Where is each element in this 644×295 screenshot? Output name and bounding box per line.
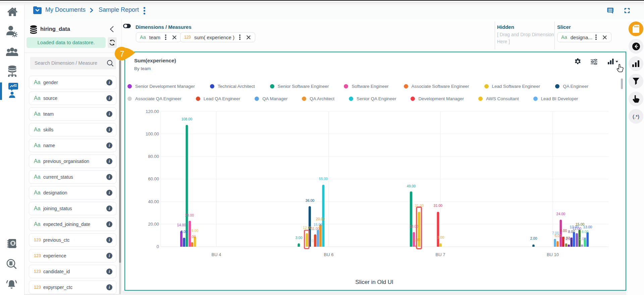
svg-text:BU 10: BU 10: [547, 252, 559, 257]
svg-text:15.00: 15.00: [314, 223, 322, 227]
svg-text:5.00: 5.00: [555, 234, 562, 238]
svg-text:0: 0: [312, 239, 314, 243]
svg-text:120.00: 120.00: [146, 109, 159, 114]
svg-text:36.00: 36.00: [306, 198, 314, 202]
svg-text:3.00: 3.00: [437, 235, 444, 239]
svg-text:9.00: 9.00: [192, 229, 199, 233]
svg-text:2.00: 2.00: [566, 237, 573, 241]
svg-text:12.00: 12.00: [573, 227, 581, 231]
svg-text:4.00: 4.00: [189, 235, 196, 239]
svg-text:80.00: 80.00: [148, 154, 159, 159]
svg-text:55.00: 55.00: [319, 177, 328, 181]
svg-text:20.00: 20.00: [148, 222, 159, 227]
svg-text:108.00: 108.00: [181, 117, 192, 121]
svg-text:40.00: 40.00: [148, 199, 159, 204]
svg-text:14.00: 14.00: [177, 223, 186, 227]
svg-text:8.00: 8.00: [582, 230, 589, 234]
svg-text:11.00: 11.00: [311, 227, 320, 231]
svg-text:8.00: 8.00: [181, 230, 188, 234]
svg-text:0: 0: [157, 244, 159, 249]
svg-text:49.00: 49.00: [407, 184, 416, 188]
svg-text:13.00: 13.00: [583, 225, 592, 229]
svg-text:9.00: 9.00: [560, 229, 567, 233]
svg-text:2.00: 2.00: [530, 236, 537, 240]
svg-text:BU 7: BU 7: [436, 252, 445, 257]
svg-text:20.00: 20.00: [316, 217, 325, 221]
svg-text:24.00: 24.00: [556, 212, 565, 216]
svg-text:23.00: 23.00: [185, 213, 194, 217]
svg-text:BU 4: BU 4: [212, 252, 221, 257]
svg-text:100.00: 100.00: [146, 131, 159, 136]
svg-text:2.00: 2.00: [579, 237, 586, 241]
svg-text:BU 6: BU 6: [324, 252, 334, 257]
svg-text:3.00: 3.00: [296, 236, 303, 240]
svg-text:7: 7: [120, 50, 124, 58]
svg-text:12.00: 12.00: [303, 226, 312, 230]
svg-text:60.00: 60.00: [148, 176, 159, 181]
svg-text:31.00: 31.00: [434, 203, 442, 208]
